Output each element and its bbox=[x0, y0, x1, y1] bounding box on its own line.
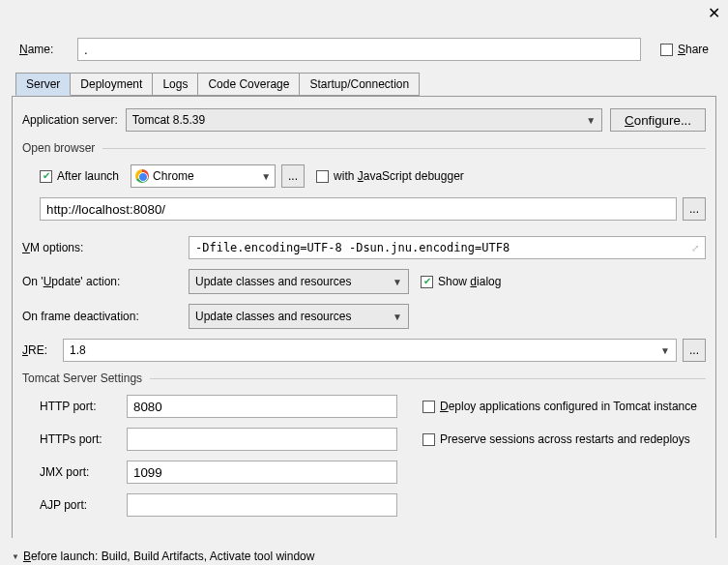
vm-options-label: VM options: bbox=[22, 241, 189, 254]
open-browser-section: Open browser bbox=[22, 141, 706, 155]
triangle-down-icon: ▼ bbox=[12, 552, 19, 561]
js-debugger-checkbox[interactable]: with JavaScript debugger bbox=[316, 169, 464, 183]
name-input[interactable] bbox=[77, 38, 641, 61]
chevron-down-icon: ▼ bbox=[393, 312, 402, 322]
share-checkbox[interactable]: Share bbox=[660, 43, 709, 56]
vm-options-input[interactable]: -Dfile.encoding=UTF-8 -Dsun.jnu.encoding… bbox=[189, 236, 706, 259]
tab-startup-connection[interactable]: Startup/Connection bbox=[299, 73, 420, 96]
frame-deactivation-label: On frame deactivation: bbox=[22, 310, 189, 323]
frame-deactivation-select[interactable]: Update classes and resources ▼ bbox=[189, 304, 409, 329]
expand-icon[interactable]: ⤢ bbox=[691, 243, 699, 253]
chrome-icon bbox=[135, 169, 149, 183]
tab-deployment[interactable]: Deployment bbox=[70, 73, 153, 96]
http-port-label: HTTP port: bbox=[40, 400, 127, 413]
before-launch-toggle[interactable]: ▼ Before launch: Build, Build Artifacts,… bbox=[12, 550, 716, 563]
chevron-down-icon: ▼ bbox=[261, 171, 271, 182]
jre-label: JRE: bbox=[22, 343, 55, 357]
chevron-down-icon: ▼ bbox=[586, 115, 596, 126]
update-action-label: On 'Update' action: bbox=[22, 275, 189, 288]
chevron-down-icon: ▼ bbox=[660, 345, 670, 356]
tab-server[interactable]: Server bbox=[15, 73, 71, 96]
app-server-select[interactable]: Tomcat 8.5.39 ▼ bbox=[126, 108, 602, 132]
browser-select[interactable]: Chrome ▼ bbox=[131, 164, 276, 188]
url-browse-button[interactable]: ... bbox=[683, 197, 706, 221]
app-server-value: Tomcat 8.5.39 bbox=[132, 113, 205, 127]
jmx-port-input[interactable] bbox=[127, 461, 397, 484]
tab-logs[interactable]: Logs bbox=[152, 73, 198, 96]
name-label: Name: bbox=[19, 43, 62, 56]
https-port-label: HTTPs port: bbox=[40, 432, 127, 446]
chevron-down-icon: ▼ bbox=[393, 277, 402, 287]
deploy-checkbox[interactable]: Deploy applications configured in Tomcat… bbox=[422, 400, 697, 413]
ajp-port-input[interactable] bbox=[127, 493, 397, 517]
url-input[interactable] bbox=[40, 197, 677, 221]
close-icon[interactable]: ✕ bbox=[708, 4, 720, 22]
browser-browse-button[interactable]: ... bbox=[281, 164, 305, 188]
update-action-select[interactable]: Update classes and resources ▼ bbox=[189, 269, 409, 294]
after-launch-checkbox[interactable]: ✔After launch bbox=[40, 169, 119, 183]
show-dialog-checkbox[interactable]: ✔Show dialog bbox=[421, 275, 501, 288]
tab-code-coverage[interactable]: Code Coverage bbox=[197, 73, 300, 96]
https-port-input[interactable] bbox=[127, 428, 397, 451]
ajp-port-label: AJP port: bbox=[40, 498, 127, 512]
jmx-port-label: JMX port: bbox=[40, 465, 127, 479]
jre-select[interactable]: 1.8 ▼ bbox=[63, 339, 677, 362]
configure-button[interactable]: Configure... bbox=[610, 108, 706, 132]
preserve-checkbox[interactable]: Preserve sessions across restarts and re… bbox=[422, 432, 690, 446]
http-port-input[interactable] bbox=[127, 395, 397, 418]
app-server-label: Application server: bbox=[22, 113, 118, 127]
jre-browse-button[interactable]: ... bbox=[683, 339, 706, 362]
tomcat-settings-section: Tomcat Server Settings bbox=[22, 372, 706, 385]
